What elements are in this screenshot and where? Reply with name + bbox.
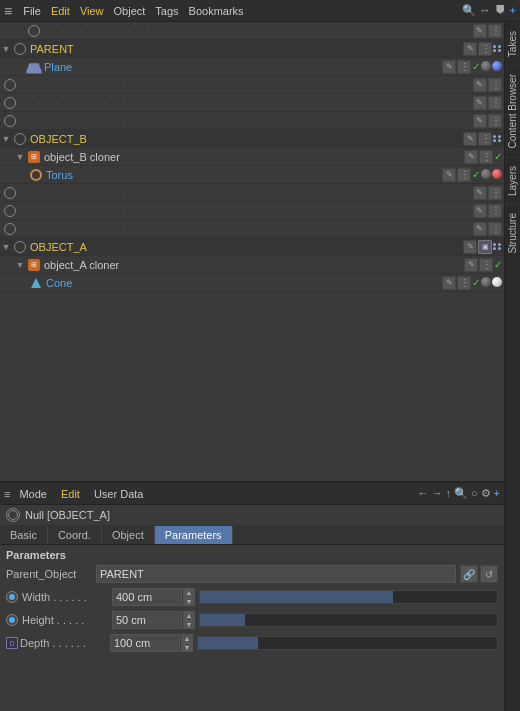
attr-arrow-right-icon[interactable]: → — [431, 487, 442, 500]
arrow-icon[interactable]: ↔ — [480, 4, 491, 17]
action-dots[interactable]: ⋮ — [488, 24, 502, 38]
clonerb-edit-btn[interactable]: ✎ — [464, 150, 478, 164]
torus-edit-btn[interactable]: ✎ — [442, 168, 456, 182]
param-width-radio[interactable] — [6, 591, 18, 603]
parent-edit-btn[interactable]: ✎ — [463, 42, 477, 56]
sep4-dots-btn[interactable]: ⋮ — [488, 114, 502, 128]
param-depth-row: D Depth . . . . . . 100 cm ▲ ▼ — [6, 633, 498, 653]
object-a-group-row[interactable]: ▼ OBJECT_A ✎ ▣ — [0, 238, 504, 256]
tab-takes[interactable]: Takes — [505, 22, 520, 65]
attr-settings-icon[interactable]: ⚙ — [481, 487, 491, 500]
attr-mode-menu[interactable]: Mode — [14, 488, 52, 500]
depth-down-btn[interactable]: ▼ — [181, 643, 193, 652]
action-edit[interactable]: ✎ — [473, 24, 487, 38]
param-depth-slider[interactable] — [197, 636, 498, 650]
torus-row[interactable]: Torus ✎ ⋮ ✓ — [0, 166, 504, 184]
param-depth-fill — [198, 637, 258, 649]
add-icon[interactable]: + — [510, 4, 516, 17]
param-height-value[interactable]: 50 cm — [112, 611, 182, 629]
attr-edit-menu[interactable]: Edit — [56, 488, 85, 500]
object-list[interactable]: - - - - - - - - - - - - - ✎ ⋮ ▼ PARENT ✎… — [0, 22, 504, 481]
clonerb-dots-btn[interactable]: ⋮ — [479, 150, 493, 164]
parent-action-btn[interactable]: ↺ — [480, 565, 498, 583]
cone-check-icon: ✓ — [472, 277, 480, 288]
torus-label: Torus — [44, 169, 442, 181]
tab-content-browser[interactable]: Content Browser — [505, 65, 520, 156]
attr-arrow-up-icon[interactable]: ↑ — [445, 487, 451, 500]
sep3-edit-btn[interactable]: ✎ — [473, 96, 487, 110]
tab-layers[interactable]: Layers — [505, 157, 520, 204]
sep7-dots-btn[interactable]: ⋮ — [488, 222, 502, 236]
sep2-edit-btn[interactable]: ✎ — [473, 78, 487, 92]
attr-arrow-left-icon[interactable]: ← — [417, 487, 428, 500]
param-width-stepper[interactable]: ▲ ▼ — [183, 588, 195, 606]
param-depth-value[interactable]: 100 cm — [110, 634, 180, 652]
menu-file[interactable]: File — [18, 5, 46, 17]
torus-dots-btn[interactable]: ⋮ — [457, 168, 471, 182]
sep4-edit-btn[interactable]: ✎ — [473, 114, 487, 128]
param-width-slider[interactable] — [199, 590, 498, 604]
search-icon[interactable]: 🔍 — [462, 4, 476, 17]
height-down-btn[interactable]: ▼ — [183, 620, 195, 629]
menu-tags[interactable]: Tags — [150, 5, 183, 17]
depth-up-btn[interactable]: ▲ — [181, 634, 193, 643]
sep6-edit-btn[interactable]: ✎ — [473, 204, 487, 218]
cone-dots-btn[interactable]: ⋮ — [457, 276, 471, 290]
tab-coord[interactable]: Coord. — [48, 526, 102, 544]
menu-view[interactable]: View — [75, 5, 109, 17]
width-up-btn[interactable]: ▲ — [183, 588, 195, 597]
plane-label: Plane — [42, 61, 442, 73]
width-down-btn[interactable]: ▼ — [183, 597, 195, 606]
sep6-dots-btn[interactable]: ⋮ — [488, 204, 502, 218]
cloner-a-row[interactable]: ▼ ⊞ object_A cloner ✎ ⋮ ✓ — [0, 256, 504, 274]
cone-edit-btn[interactable]: ✎ — [442, 276, 456, 290]
param-parent-object-value[interactable]: PARENT — [96, 565, 456, 583]
param-parent-object-row: Parent_Object PARENT 🔗 ↺ — [6, 565, 498, 583]
parent-link-btn[interactable]: 🔗 — [460, 565, 478, 583]
menu-edit[interactable]: Edit — [46, 5, 75, 17]
param-depth-stepper[interactable]: ▲ ▼ — [181, 634, 193, 652]
param-height-radio[interactable] — [6, 614, 18, 626]
cone-label: Cone — [44, 277, 442, 289]
parent-group-row[interactable]: ▼ PARENT ✎ ⋮ — [0, 40, 504, 58]
attr-hamburger-icon[interactable]: ≡ — [4, 488, 10, 500]
param-width-value[interactable]: 400 cm — [112, 588, 182, 606]
menu-bookmarks[interactable]: Bookmarks — [184, 5, 249, 17]
torus-dot-gray — [481, 169, 491, 181]
sep5-dots-btn[interactable]: ⋮ — [488, 186, 502, 200]
attr-add-icon[interactable]: + — [494, 487, 500, 500]
attr-userdata-menu[interactable]: User Data — [89, 488, 149, 500]
param-height-stepper[interactable]: ▲ ▼ — [183, 611, 195, 629]
sep2-dots-btn[interactable]: ⋮ — [488, 78, 502, 92]
tab-parameters[interactable]: Parameters — [155, 526, 233, 544]
separator-row-4: - - - - - - - - - - - - ✎ ⋮ — [0, 112, 504, 130]
param-height-slider[interactable] — [199, 613, 498, 627]
attr-content: Parameters Parent_Object PARENT 🔗 ↺ Widt… — [0, 545, 504, 711]
obja-grid-icon — [493, 243, 502, 250]
obja-edit-btn[interactable]: ✎ — [463, 240, 477, 254]
cloner-b-row[interactable]: ▼ ⊞ object_B cloner ✎ ⋮ ✓ — [0, 148, 504, 166]
objb-dots-btn[interactable]: ⋮ — [478, 132, 492, 146]
filter-icon[interactable]: ⛊ — [495, 4, 506, 17]
parent-dots-btn[interactable]: ⋮ — [478, 42, 492, 56]
menu-object[interactable]: Object — [109, 5, 151, 17]
tab-structure[interactable]: Structure — [505, 204, 520, 262]
object-b-group-row[interactable]: ▼ OBJECT_B ✎ ⋮ — [0, 130, 504, 148]
tab-object[interactable]: Object — [102, 526, 155, 544]
clonera-edit-btn[interactable]: ✎ — [464, 258, 478, 272]
tab-basic[interactable]: Basic — [0, 526, 48, 544]
sep5-edit-btn[interactable]: ✎ — [473, 186, 487, 200]
height-up-btn[interactable]: ▲ — [183, 611, 195, 620]
params-section-title: Parameters — [6, 549, 498, 561]
objb-edit-btn[interactable]: ✎ — [463, 132, 477, 146]
attr-search-icon[interactable]: 🔍 — [454, 487, 468, 500]
plane-row[interactable]: Plane ✎ ⋮ ✓ — [0, 58, 504, 76]
plane-edit-btn[interactable]: ✎ — [442, 60, 456, 74]
sep7-edit-btn[interactable]: ✎ — [473, 222, 487, 236]
attr-circle-icon[interactable]: ○ — [471, 487, 478, 500]
cone-row[interactable]: Cone ✎ ⋮ ✓ — [0, 274, 504, 292]
clonera-dots-btn[interactable]: ⋮ — [479, 258, 493, 272]
hamburger-icon[interactable]: ≡ — [4, 3, 12, 19]
sep3-dots-btn[interactable]: ⋮ — [488, 96, 502, 110]
plane-dots-btn[interactable]: ⋮ — [457, 60, 471, 74]
